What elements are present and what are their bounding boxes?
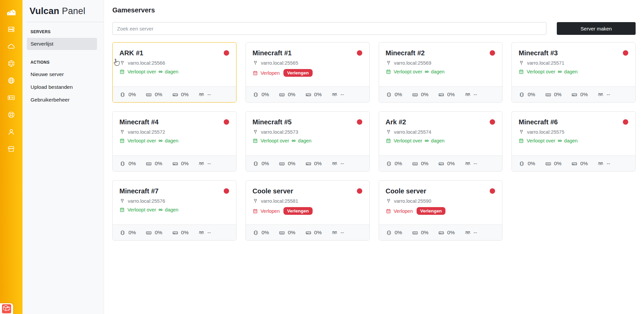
players-stat: -- (198, 161, 211, 167)
players-icon (198, 161, 205, 167)
infinity-icon: ∞ (558, 69, 562, 74)
rail-item-billing[interactable] (6, 93, 17, 102)
disk-icon (305, 230, 312, 236)
expiry-info: Verloopt over ∞ dagen (119, 138, 229, 143)
plug-icon (119, 60, 125, 66)
expired-info: Verlopen Verlengen (253, 69, 363, 77)
cpu-value: 0% (128, 91, 136, 98)
server-card-footer: 0% 0% 0% (246, 86, 369, 102)
server-host-row: varro.local:25571 (519, 60, 629, 66)
rail-item-cloud[interactable] (6, 42, 17, 51)
expiry-suffix: dagen (431, 69, 444, 74)
sidebar-item-serverlijst[interactable]: Serverlijst (27, 38, 97, 50)
search-input[interactable] (112, 22, 546, 35)
rail-item-web[interactable] (6, 59, 17, 68)
server-host-row: varro.local:25572 (119, 129, 229, 135)
players-stat: -- (465, 161, 477, 167)
plug-icon (253, 60, 258, 66)
players-icon (198, 230, 205, 236)
server-name: Coole server (253, 187, 363, 195)
players-stat: -- (331, 91, 344, 98)
ram-value: 0% (288, 91, 295, 98)
players-icon (465, 230, 471, 236)
expiry-suffix: dagen (165, 69, 178, 74)
cpu-icon (119, 161, 126, 167)
rail-item-support[interactable] (6, 110, 17, 119)
server-card[interactable]: Minecraft #4 varro.local:25572 Verloopt … (112, 111, 236, 172)
server-card[interactable]: Minecraft #1 varro.local:25565 Verloopt … (246, 42, 370, 103)
expiry-suffix: dagen (564, 138, 578, 143)
server-card[interactable]: Minecraft #7 varro.local:25576 Verloopt … (112, 180, 236, 241)
server-card[interactable]: Ark #2 varro.local:25574 Verloopt over (379, 111, 503, 172)
players-value: -- (474, 91, 477, 98)
players-value: -- (207, 161, 211, 167)
plug-icon (119, 198, 125, 204)
rail-item-servers[interactable] (6, 24, 17, 34)
renew-badge[interactable]: Verlengen (283, 207, 313, 215)
expiry-prefix: Verloopt over (127, 69, 156, 74)
server-card[interactable]: Minecraft #5 varro.local:25573 Verloopt … (246, 111, 370, 172)
disk-icon (305, 91, 312, 98)
create-server-button[interactable]: Server maken (557, 22, 636, 35)
server-card[interactable]: ARK #1 varro.local:25566 Verloopt over (112, 42, 236, 103)
server-name: Minecraft #6 (519, 118, 629, 126)
ram-stat: 0% (279, 161, 295, 167)
server-card-footer: 0% 0% 0% (379, 155, 502, 171)
disk-stat: 0% (172, 91, 189, 98)
server-card[interactable]: Coole server varro.local:25581 Verloopt … (246, 180, 370, 241)
infinity-icon: ∞ (158, 138, 162, 143)
players-value: -- (340, 230, 344, 236)
players-stat: -- (597, 91, 610, 98)
ram-value: 0% (421, 230, 428, 236)
renew-badge[interactable]: Verlengen (283, 69, 313, 77)
players-value: -- (340, 91, 344, 98)
server-name: Ark #2 (386, 118, 496, 126)
cpu-icon (386, 230, 392, 236)
ram-value: 0% (288, 230, 295, 236)
expiry-prefix: Verloopt over (394, 69, 422, 74)
ram-stat: 0% (146, 230, 162, 236)
expiry-prefix: Verloopt over (127, 207, 156, 212)
rail-item-account[interactable] (6, 127, 17, 136)
ram-value: 0% (421, 161, 428, 167)
status-dot (623, 50, 628, 56)
server-card-body: Minecraft #3 varro.local:25571 Verloopt … (512, 43, 635, 86)
server-name: Minecraft #5 (253, 118, 363, 126)
server-card[interactable]: Minecraft #3 varro.local:25571 Verloopt … (512, 42, 636, 103)
players-stat: -- (331, 230, 344, 236)
expiry-info: Verloopt over ∞ dagen (386, 138, 496, 143)
expiry-suffix: dagen (431, 138, 444, 143)
corner-card (0, 303, 13, 314)
calendar-icon (519, 138, 524, 143)
store-icon (7, 145, 15, 153)
plug-icon (253, 129, 258, 135)
ram-icon (545, 161, 551, 167)
rail-item-store[interactable] (6, 144, 17, 153)
renew-badge[interactable]: Verlengen (417, 207, 446, 215)
ram-value: 0% (288, 161, 295, 167)
players-stat: -- (465, 91, 477, 98)
sidebar-item-upload-bestanden[interactable]: Upload bestanden (27, 81, 97, 93)
server-card[interactable]: Coole server varro.local:25590 Verloopt … (379, 180, 503, 241)
sidebar-item-nieuwe-server[interactable]: Nieuwe server (27, 68, 97, 80)
disk-icon (438, 161, 444, 167)
sidebar-item-gebruikerbeheer[interactable]: Gebruikerbeheer (27, 94, 97, 106)
ram-icon (279, 161, 285, 167)
server-card-body: Minecraft #4 varro.local:25572 Verloopt … (113, 112, 236, 155)
server-host: varro.local:25565 (261, 60, 298, 66)
server-host-row: varro.local:25569 (386, 60, 496, 66)
server-card-grid: ARK #1 varro.local:25566 Verloopt over (112, 42, 636, 241)
rail-item-brand[interactable] (6, 7, 17, 17)
expiry-prefix: Verloopt over (127, 138, 156, 143)
rail-item-globe[interactable] (6, 76, 17, 85)
sidebar-gap (22, 51, 104, 60)
disk-value: 0% (447, 230, 454, 236)
cpu-value: 0% (128, 161, 136, 167)
players-value: -- (474, 161, 477, 167)
server-card-footer: 0% 0% 0% (379, 225, 502, 240)
server-card[interactable]: Minecraft #2 varro.local:25569 Verloopt … (379, 42, 503, 103)
players-value: -- (606, 91, 610, 98)
server-card-footer: 0% 0% 0% (113, 86, 236, 102)
players-icon (331, 91, 338, 98)
server-card[interactable]: Minecraft #6 varro.local:25575 Verloopt … (512, 111, 636, 172)
